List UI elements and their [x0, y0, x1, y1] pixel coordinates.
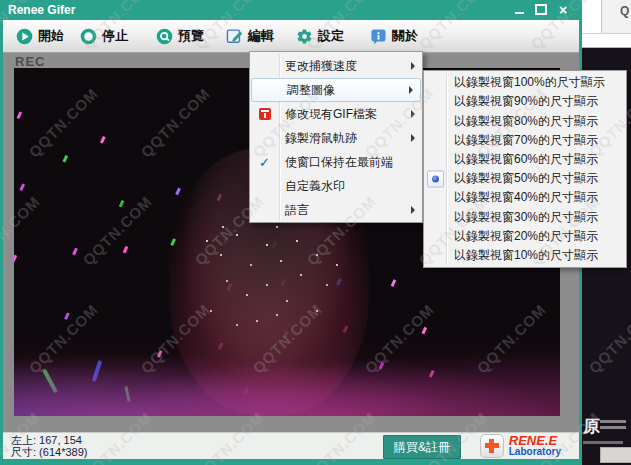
background-video-caption: 原 — [583, 415, 600, 438]
statusbar: 左上: 167, 154 尺寸: (614*389) 購買&註冊 RENE.E … — [3, 432, 579, 459]
titlebar[interactable]: Renee Gifer × — [0, 0, 582, 20]
gif-edit-icon — [259, 108, 271, 120]
edit-icon — [226, 28, 243, 45]
stop-button[interactable]: 停止 — [77, 23, 131, 49]
stop-icon — [80, 28, 97, 45]
window-title: Renee Gifer — [8, 3, 75, 17]
submenu-arrow-icon — [411, 134, 415, 142]
menu-item-language[interactable]: 語言 — [250, 198, 422, 222]
first-aid-kit-icon — [480, 434, 504, 458]
menu-item-mouse-trail[interactable]: 錄製滑鼠軌跡 — [250, 126, 422, 150]
menu-item-custom-watermark[interactable]: 自定義水印 — [250, 174, 422, 198]
capture-size: 尺寸: (614*389) — [11, 446, 87, 458]
settings-button[interactable]: 設定 — [293, 23, 347, 49]
background-window-toolbar: Q — [582, 0, 631, 48]
buy-register-button[interactable]: 購買&註冊 — [383, 435, 461, 459]
submenu-arrow-icon — [409, 86, 413, 94]
minimize-icon — [515, 12, 524, 14]
background-caption-text: 原 — [583, 417, 600, 436]
minimize-button[interactable] — [509, 2, 529, 17]
submenu-arrow-icon — [411, 110, 415, 118]
submenu-item-90[interactable]: 以錄製視窗90%的尺寸顯示 — [424, 92, 626, 111]
menu-item-adjust-image[interactable]: 調整圖像 — [251, 78, 421, 102]
submenu-arrow-icon — [411, 206, 415, 214]
play-icon — [16, 28, 33, 45]
submenu-item-40[interactable]: 以錄製視窗40%的尺寸顯示 — [424, 188, 626, 207]
gear-icon — [296, 28, 313, 45]
close-button[interactable]: × — [553, 2, 573, 17]
renee-laboratory-logo: RENE.E Laboratory — [480, 434, 561, 458]
preview-icon — [156, 28, 173, 45]
background-window-fragment — [600, 447, 631, 463]
watermark-text: QQTN.COM — [585, 300, 631, 376]
rec-label: REC — [15, 54, 45, 69]
background-partial-glyph: Q — [620, 4, 629, 18]
submenu-item-100[interactable]: 以錄製視窗100%的尺寸顯示 — [424, 73, 626, 92]
submenu-item-10[interactable]: 以錄製視窗10%的尺寸顯示 — [424, 246, 626, 265]
divider — [582, 33, 631, 34]
maximize-icon — [535, 4, 547, 15]
submenu-item-50[interactable]: 以錄製視窗50%的尺寸顯示 — [424, 169, 626, 188]
logo-sub-text: Laboratory — [509, 447, 561, 457]
submenu-item-30[interactable]: 以錄製視窗30%的尺寸顯示 — [424, 207, 626, 226]
adjust-image-submenu: 以錄製視窗100%的尺寸顯示 以錄製視窗90%的尺寸顯示 以錄製視窗80%的尺寸… — [423, 70, 627, 268]
submenu-item-60[interactable]: 以錄製視窗60%的尺寸顯示 — [424, 150, 626, 169]
background-small-text — [600, 420, 626, 432]
menu-item-capture-speed[interactable]: 更改捕獲速度 — [250, 54, 422, 78]
edit-button[interactable]: 編輯 — [223, 23, 277, 49]
submenu-item-80[interactable]: 以錄製視窗80%的尺寸顯示 — [424, 111, 626, 130]
start-button[interactable]: 開始 — [13, 23, 67, 49]
crowd-glow — [14, 336, 560, 416]
capture-coordinates: 左上: 167, 154 尺寸: (614*389) — [11, 434, 87, 458]
info-icon — [370, 28, 387, 45]
menu-item-keep-on-top[interactable]: ✓ 使窗口保持在最前端 — [250, 150, 422, 174]
checkmark-icon: ✓ — [259, 155, 270, 170]
divider — [601, 0, 602, 33]
sparkle-graphics — [14, 68, 16, 70]
radio-selected-icon — [427, 170, 444, 187]
window-controls: × — [507, 2, 573, 17]
toolbar: 開始 停止 預覽 編輯 設定 關於 — [3, 20, 579, 53]
topleft-coordinates: 左上: 167, 154 — [11, 434, 87, 446]
about-button[interactable]: 關於 — [367, 23, 421, 49]
submenu-arrow-icon — [411, 62, 415, 70]
submenu-item-70[interactable]: 以錄製視窗70%的尺寸顯示 — [424, 131, 626, 150]
preview-button[interactable]: 預覽 — [153, 23, 207, 49]
maximize-button[interactable] — [531, 2, 551, 17]
submenu-item-20[interactable]: 以錄製視窗20%的尺寸顯示 — [424, 227, 626, 246]
menu-item-edit-gif[interactable]: 修改現有GIF檔案 — [250, 102, 422, 126]
settings-menu: 更改捕獲速度 調整圖像 修改現有GIF檔案 錄製滑鼠軌跡 ✓ 使窗口保持在最前端… — [249, 51, 423, 223]
